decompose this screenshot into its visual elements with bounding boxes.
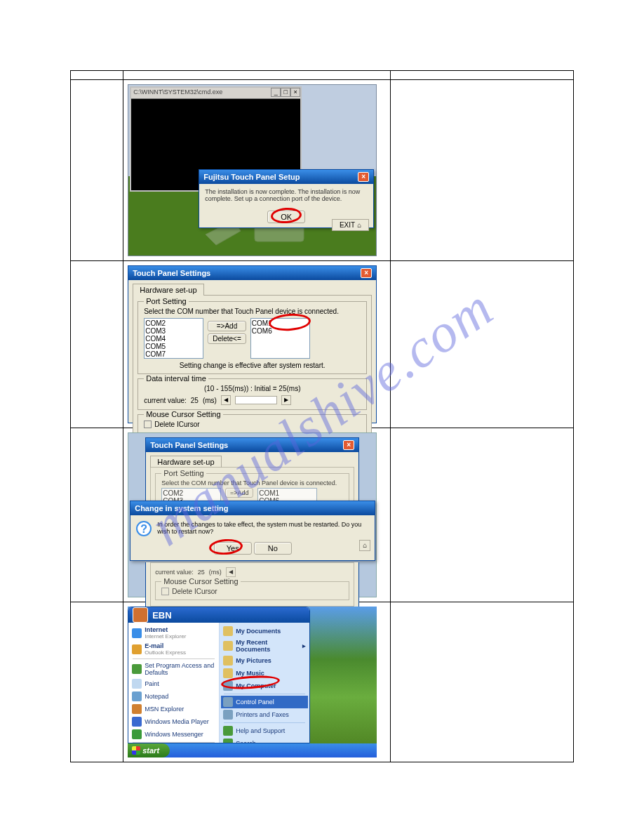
start-menu-item[interactable]: Search (221, 737, 308, 743)
start-menu-item[interactable]: Paint (130, 677, 217, 690)
step-cell (71, 602, 123, 762)
current-label: current value: (144, 397, 187, 404)
start-menu-item[interactable]: MSN Explorer (130, 703, 217, 715)
question-icon: ? (136, 521, 152, 536)
start-menu-item[interactable]: My Computer (221, 680, 308, 692)
desc-cell (391, 71, 574, 80)
group-legend: Port Setting (144, 297, 188, 305)
start-menu-item[interactable]: Notepad (130, 690, 217, 703)
exit-label: EXIT (340, 221, 355, 229)
slider-left-icon[interactable]: ◀ (221, 395, 231, 405)
screenshot-cell: Touch Panel Settings × Hardware set-up P… (123, 261, 391, 428)
chevron-right-icon: ▸ (302, 642, 306, 649)
folder-icon (223, 697, 233, 707)
app-icon (132, 717, 142, 727)
start-menu-item[interactable]: My Music (221, 667, 308, 680)
delete-cursor-label: Delete ICursor (154, 421, 199, 428)
available-com-list[interactable]: COM2 COM3 COM4 COM5 COM7 (144, 318, 203, 359)
ok-button[interactable]: OK (267, 211, 305, 223)
close-icon[interactable]: × (361, 268, 372, 278)
start-menu-item[interactable]: E-mailOutlook Express (130, 641, 217, 657)
tab-hardware-setup[interactable]: Hardware set-up (150, 456, 221, 468)
port-setting-group: Port Setting Select the COM number that … (137, 301, 367, 374)
touch-panel-settings-window: Touch Panel Settings × Hardware set-up P… (128, 265, 377, 423)
dialog-titlebar: Touch Panel Settings × (128, 266, 376, 280)
delete-button[interactable]: Delete<= (208, 333, 246, 344)
start-menu: EBN InternetInternet ExplorerE-mailOutlo… (128, 607, 310, 743)
step-cell (71, 71, 123, 80)
screenshot-cell: Touch Panel Settings × Hardware set-up P… (123, 428, 391, 602)
start-menu-item[interactable]: Help and Support (221, 724, 308, 737)
close-icon[interactable]: × (290, 88, 300, 97)
yes-button[interactable]: Yes (214, 542, 252, 555)
step-cell (71, 261, 123, 428)
app-icon (132, 644, 142, 654)
app-icon (132, 664, 142, 674)
start-menu-item[interactable]: Windows Messenger (130, 728, 217, 741)
close-icon[interactable]: × (343, 440, 354, 450)
current-value: 25 (191, 397, 199, 404)
app-icon (132, 729, 142, 739)
folder-icon (223, 668, 233, 678)
settings-panel: Port Setting Select the COM number that … (133, 295, 372, 439)
slider-right-icon[interactable]: ▶ (281, 395, 291, 405)
folder-icon (223, 656, 233, 666)
desc-cell (391, 428, 574, 602)
screenshot-cell: EBN InternetInternet ExplorerE-mailOutlo… (123, 602, 391, 762)
start-menu-item[interactable]: My Pictures (221, 654, 308, 667)
no-button[interactable]: No (254, 542, 292, 555)
desc-cell (391, 261, 574, 428)
delete-cursor-label: Delete ICursor (172, 588, 217, 595)
step-cell (71, 428, 123, 602)
desc-cell (391, 602, 574, 762)
folder-icon (223, 739, 233, 743)
selected-com-list[interactable]: COM1 COM6 (250, 318, 310, 359)
group-legend: Data interval time (144, 374, 208, 383)
dialog-titlebar: Touch Panel Settings × (146, 438, 358, 452)
app-icon (132, 679, 142, 689)
dialog-titlebar: Fujitsu Touch Panel Setup × (199, 170, 373, 184)
restart-message: In order the changes to take effect, the… (157, 521, 369, 535)
start-menu-item[interactable]: Printers and Faxes (221, 708, 308, 721)
ms-label: (ms) (203, 397, 217, 404)
screenshot-cell: C:\WINNT\SYSTEM32\cmd.exe _ □ × Fujitsu … (123, 80, 391, 261)
start-button[interactable]: start (128, 743, 170, 757)
start-menu-header: EBN (128, 607, 309, 623)
slider-left-icon[interactable]: ◀ (226, 567, 236, 577)
app-icon (132, 628, 142, 638)
port-note: Setting change is effective after system… (144, 362, 361, 369)
dialog-title: Touch Panel Settings (150, 441, 228, 449)
delete-cursor-checkbox[interactable] (161, 588, 169, 595)
folder-icon (223, 726, 233, 736)
start-menu-right-pane: My DocumentsMy Recent Documents▸My Pictu… (220, 623, 309, 743)
avatar (133, 607, 148, 623)
mouse-cursor-group: Mouse Cursor Setting Delete ICursor (155, 581, 349, 600)
interval-slider[interactable] (235, 396, 277, 404)
taskbar: start (128, 743, 377, 757)
window-controls: _ □ × (271, 88, 300, 97)
group-legend: Mouse Cursor Setting (144, 410, 222, 418)
start-menu-item-control-panel[interactable]: Control Panel (221, 696, 308, 708)
folder-icon (223, 626, 233, 636)
dialog-message: The installation is now complete. The in… (199, 184, 373, 206)
dialog-title: Fujitsu Touch Panel Setup (203, 173, 300, 181)
home-icon[interactable]: ⌂ (359, 540, 370, 551)
ms-label: (ms) (209, 569, 222, 576)
start-menu-item[interactable]: My Documents (221, 625, 308, 637)
start-menu-item[interactable]: InternetInternet Explorer (130, 625, 217, 641)
close-icon[interactable]: × (358, 172, 369, 182)
add-button[interactable]: =>Add (208, 321, 246, 331)
app-icon (132, 691, 142, 701)
exit-button[interactable]: EXIT ⌂ (332, 219, 369, 231)
tab-hardware-setup[interactable]: Hardware set-up (133, 284, 203, 296)
minimize-icon[interactable]: _ (271, 88, 281, 97)
step-cell (71, 80, 123, 261)
start-menu-item[interactable]: Set Program Access and Defaults (130, 661, 217, 677)
screenshot-start-menu: EBN InternetInternet ExplorerE-mailOutlo… (128, 607, 377, 757)
mouse-cursor-group: Mouse Cursor Setting Delete ICursor (137, 414, 367, 433)
delete-cursor-checkbox[interactable] (144, 421, 152, 428)
maximize-icon[interactable]: □ (281, 88, 290, 97)
add-button[interactable]: =>Add (225, 488, 253, 498)
start-menu-item[interactable]: Windows Media Player (130, 715, 217, 728)
start-menu-item[interactable]: My Recent Documents▸ (221, 637, 308, 654)
